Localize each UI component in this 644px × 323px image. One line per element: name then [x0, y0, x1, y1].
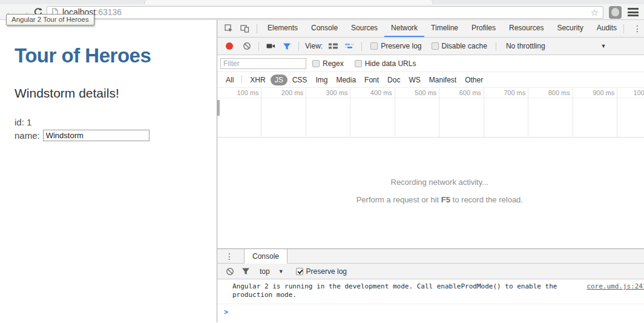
- grid-scrollbar-thumb[interactable]: [217, 100, 220, 116]
- bookmark-star-icon[interactable]: ☆: [591, 8, 599, 17]
- reload-hint: Perform a request or hit F5 to record th…: [217, 195, 644, 204]
- hero-name-label: name:: [15, 130, 40, 141]
- timeline-column: 800 ms: [528, 88, 573, 138]
- devtools-tab[interactable]: Audits: [590, 20, 623, 37]
- timeline-column: 600 ms: [439, 88, 484, 138]
- divider: [361, 42, 362, 51]
- disable-cache-checkbox-group[interactable]: Disable cache: [432, 42, 487, 50]
- drawer-menu-icon[interactable]: ⋮: [220, 251, 239, 261]
- console-preserve-log-checkbox[interactable]: [296, 268, 303, 275]
- resource-type-filter[interactable]: Img: [312, 75, 331, 85]
- timeline-tick-label: 700 ms: [504, 89, 525, 96]
- regex-checkbox-group[interactable]: Regex: [312, 59, 344, 68]
- preserve-log-label: Preserve log: [381, 42, 421, 50]
- timeline-column: 400 ms: [350, 88, 395, 138]
- drawer-tabbar: ⋮ Console ×: [217, 249, 644, 264]
- devtools-tabs: ElementsConsoleSourcesNetworkTimelinePro…: [261, 20, 623, 37]
- timeline-column: 700 ms: [484, 88, 528, 138]
- timeline-tick-label: 400 ms: [370, 89, 392, 96]
- devtools-tabbar: ElementsConsoleSourcesNetworkTimelinePro…: [217, 20, 644, 38]
- devtools-tab[interactable]: Sources: [344, 20, 384, 37]
- throttling-value: No throttling: [506, 42, 545, 50]
- url-port: :63136: [96, 7, 122, 17]
- resource-type-filter[interactable]: XHR: [246, 75, 269, 85]
- regex-checkbox[interactable]: [312, 60, 320, 67]
- timeline-tick-label: 100 ms: [237, 89, 258, 96]
- show-overview-button[interactable]: [341, 42, 358, 50]
- record-button[interactable]: [226, 42, 233, 50]
- tab-strip: [0, 0, 644, 4]
- view-label: View:: [305, 42, 323, 50]
- device-toolbar-icon: [240, 24, 249, 33]
- devtools-tab[interactable]: Network: [384, 20, 424, 37]
- dropdown-arrow-icon[interactable]: ▼: [278, 268, 284, 275]
- inspect-element-button[interactable]: [221, 24, 237, 33]
- resource-type-filter[interactable]: Other: [461, 75, 487, 85]
- devtools-tab[interactable]: Timeline: [424, 20, 465, 37]
- disable-cache-checkbox[interactable]: [432, 42, 439, 50]
- throttling-select[interactable]: No throttling ▼: [506, 42, 606, 50]
- clear-button[interactable]: [239, 42, 255, 50]
- console-prompt[interactable]: >: [217, 304, 644, 322]
- hide-data-urls-label: Hide data URLs: [365, 59, 416, 68]
- console-preserve-log-group[interactable]: Preserve log: [296, 267, 347, 276]
- devtools-tab[interactable]: Resources: [502, 20, 550, 37]
- hero-name-input[interactable]: [43, 130, 150, 141]
- filter-toggle-button[interactable]: [279, 42, 295, 50]
- timeline-tick-label: 500 ms: [415, 89, 436, 96]
- preserve-log-checkbox[interactable]: [370, 42, 378, 50]
- timeline-tick-label: 600 ms: [459, 89, 481, 96]
- devtools-tab[interactable]: Elements: [261, 20, 304, 37]
- screenshot-capture-button[interactable]: [263, 42, 279, 50]
- url-bar[interactable]: localhost :63136 ☆: [47, 6, 603, 19]
- divider: [496, 42, 496, 51]
- hide-data-urls-checkbox[interactable]: [355, 60, 362, 67]
- recording-message: Recording network activity...: [217, 178, 644, 187]
- resource-type-filter[interactable]: CSS: [289, 75, 311, 85]
- devtools-tab[interactable]: Console: [304, 20, 344, 37]
- clear-icon: [243, 42, 251, 50]
- resource-type-filter[interactable]: WS: [405, 75, 424, 85]
- clear-icon: [226, 267, 234, 276]
- extension-icon[interactable]: [609, 6, 622, 19]
- tab-tooltip-text: Angular 2 Tour of Heroes: [12, 16, 89, 23]
- divider: [258, 42, 259, 51]
- preserve-log-checkbox-group[interactable]: Preserve log: [370, 42, 421, 50]
- devtools-menu-icon[interactable]: ⋮: [628, 24, 644, 33]
- timeline-column: 900 ms: [573, 88, 617, 138]
- inspect-cursor-icon: [225, 24, 233, 33]
- timeline-tick-label: 1000 ms: [633, 89, 644, 96]
- resource-type-filter[interactable]: Doc: [384, 75, 404, 85]
- console-clear-button[interactable]: [222, 267, 238, 276]
- resource-type-filter[interactable]: Manifest: [426, 75, 460, 85]
- resource-type-filter[interactable]: Media: [332, 75, 360, 85]
- resource-type-filter[interactable]: All: [222, 75, 237, 85]
- disable-cache-label: Disable cache: [442, 42, 487, 50]
- regex-label: Regex: [323, 59, 344, 68]
- timeline-tick-label: 800 ms: [548, 89, 570, 96]
- network-filter-input[interactable]: [220, 58, 306, 69]
- waterfall-overview-icon: [345, 42, 354, 50]
- network-timeline-grid: 100 ms 200 ms 300 ms 400 ms 500 ms 600 m…: [217, 88, 644, 138]
- browser-menu-icon[interactable]: [628, 7, 639, 18]
- active-tab[interactable]: [144, 0, 433, 4]
- page-title: Tour of Heroes: [15, 44, 217, 67]
- console-toolbar: top ▼ Preserve log: [217, 264, 644, 279]
- resource-type-filter[interactable]: Font: [361, 75, 383, 85]
- console-filter-button[interactable]: [238, 267, 254, 275]
- resource-type-filter[interactable]: JS: [271, 75, 288, 85]
- devtools-panel: ElementsConsoleSourcesNetworkTimelinePro…: [217, 20, 644, 322]
- drawer-tab-console[interactable]: Console: [244, 249, 288, 264]
- hide-data-urls-checkbox-group[interactable]: Hide data URLs: [355, 59, 416, 68]
- large-rows-icon: [329, 42, 338, 50]
- console-message-source-link[interactable]: core.umd.js:241: [586, 282, 644, 291]
- network-filter-row: Regex Hide data URLs: [217, 55, 644, 72]
- devtools-tab[interactable]: Security: [550, 20, 590, 37]
- devtools-tab[interactable]: Profiles: [465, 20, 502, 37]
- dropdown-arrow-icon: ▼: [601, 43, 606, 49]
- main-area: Tour of Heroes Windstorm details! id: 1 …: [0, 20, 644, 322]
- device-toolbar-button[interactable]: [237, 24, 253, 33]
- execution-context-value[interactable]: top: [260, 267, 270, 276]
- timeline-column: 500 ms: [395, 88, 439, 138]
- large-rows-button[interactable]: [325, 42, 341, 50]
